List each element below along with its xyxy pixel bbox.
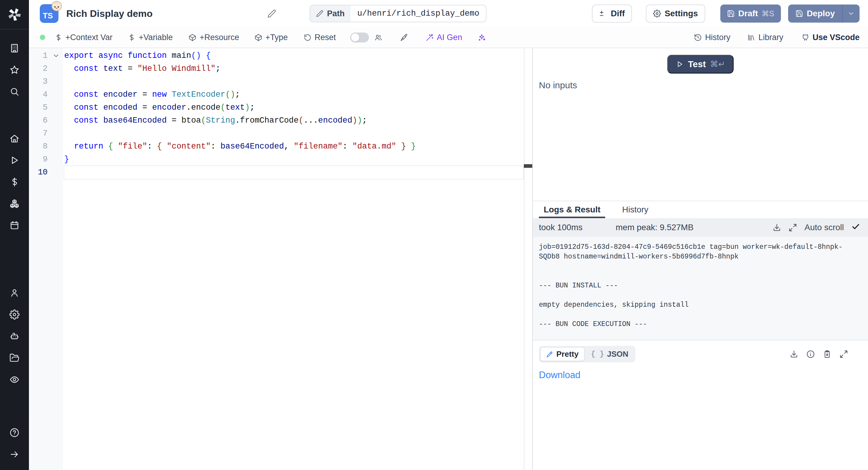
test-button-label: Test bbox=[688, 59, 706, 69]
result-section: Pretty { } JSON Download bbox=[533, 340, 868, 470]
fold-chevron-icon[interactable] bbox=[52, 52, 60, 62]
library-icon bbox=[747, 33, 755, 41]
sidebar-item-folders[interactable] bbox=[0, 347, 29, 369]
sidebar-item-variables[interactable] bbox=[0, 171, 29, 193]
eye-icon bbox=[9, 375, 20, 385]
language-badge-typescript: TS bbox=[40, 4, 59, 23]
pretty-label: Pretty bbox=[556, 349, 579, 359]
expand-result-icon[interactable] bbox=[839, 350, 848, 358]
toggle-knob bbox=[351, 33, 359, 41]
ai-gen-label: AI Gen bbox=[437, 33, 462, 42]
overview-ruler[interactable] bbox=[524, 48, 532, 470]
sidebar-item-workspace[interactable] bbox=[0, 37, 29, 59]
ai-gen-button[interactable]: AI Gen bbox=[426, 33, 462, 42]
gear-icon bbox=[653, 10, 661, 18]
boxes-icon bbox=[9, 198, 20, 209]
pencil-icon bbox=[267, 9, 276, 18]
sidebar-item-audit-logs[interactable] bbox=[0, 369, 29, 390]
result-view-json-button[interactable]: { } JSON bbox=[586, 348, 634, 361]
tab-logs-label: Logs & Result bbox=[544, 205, 600, 215]
sidebar-item-help[interactable] bbox=[0, 422, 29, 443]
paintbrush-icon bbox=[400, 33, 408, 41]
tab-history[interactable]: History bbox=[617, 201, 653, 218]
expand-logs-icon[interactable] bbox=[788, 223, 797, 232]
windmill-logo[interactable] bbox=[0, 0, 29, 30]
history-clock-icon bbox=[694, 33, 702, 41]
sidebar-item-resources[interactable] bbox=[0, 193, 29, 215]
info-icon[interactable] bbox=[806, 350, 815, 358]
add-variable-label: +Variable bbox=[138, 33, 173, 42]
folder-open-icon bbox=[9, 353, 20, 363]
run-meta-bar: took 100ms mem peak: 9.527MB Auto scroll bbox=[533, 218, 868, 237]
help-circle-icon bbox=[9, 428, 20, 438]
path-edit-button[interactable]: Path bbox=[310, 5, 351, 22]
test-run-button[interactable]: Test ⌘↵ bbox=[667, 55, 733, 73]
sidebar-item-home[interactable] bbox=[0, 128, 29, 150]
code-area[interactable]: export async function main() { const tex… bbox=[63, 48, 532, 470]
format-code-button[interactable] bbox=[400, 33, 408, 41]
no-inputs-text: No inputs bbox=[539, 80, 862, 90]
sidebar-item-settings[interactable] bbox=[0, 304, 29, 325]
sidebar-item-workers[interactable] bbox=[0, 325, 29, 347]
add-resource-button[interactable]: +Resource bbox=[188, 33, 239, 42]
save-draft-button[interactable]: Draft ⌘S bbox=[720, 4, 781, 23]
json-label: JSON bbox=[607, 349, 628, 359]
sidebar-item-search[interactable] bbox=[0, 81, 29, 102]
add-variable-button[interactable]: +Variable bbox=[127, 33, 173, 42]
code-lines: export async function main() { const tex… bbox=[64, 50, 532, 179]
diff-button[interactable]: Diff bbox=[592, 4, 632, 23]
ai-sparkles-button[interactable] bbox=[478, 33, 486, 41]
path-control[interactable]: Path u/henri/rich_display_demo bbox=[310, 5, 487, 22]
copy-clipboard-icon[interactable] bbox=[823, 350, 832, 358]
pen-icon bbox=[546, 351, 553, 358]
download-result-icon[interactable] bbox=[789, 350, 798, 358]
edit-summary-button[interactable] bbox=[267, 9, 276, 18]
auto-scroll-checkbox[interactable] bbox=[851, 222, 860, 233]
history-label: History bbox=[705, 33, 730, 42]
gear-icon bbox=[9, 309, 20, 320]
deploy-button[interactable]: Deploy bbox=[788, 4, 842, 23]
auto-scroll-label: Auto scroll bbox=[804, 223, 844, 232]
result-tabs: Logs & Result History bbox=[533, 201, 868, 218]
sidebar-expand-button[interactable] bbox=[0, 443, 29, 465]
reset-label: Reset bbox=[315, 33, 336, 42]
run-panel: Test ⌘↵ No inputs Logs & Result History … bbox=[532, 48, 868, 470]
sparkles-icon bbox=[478, 33, 486, 41]
code-editor[interactable]: 12345678910 export async function main()… bbox=[29, 48, 532, 470]
add-type-button[interactable]: +Type bbox=[254, 33, 288, 42]
sidebar-item-users[interactable] bbox=[0, 282, 29, 304]
deploy-dropdown-button[interactable] bbox=[843, 4, 860, 23]
add-context-var-button[interactable]: +Context Var bbox=[54, 33, 113, 42]
dollar-icon bbox=[54, 33, 62, 41]
reset-button[interactable]: Reset bbox=[304, 33, 336, 42]
language-badge-label: TS bbox=[43, 11, 53, 21]
settings-button[interactable]: Settings bbox=[646, 4, 705, 23]
history-button[interactable]: History bbox=[694, 33, 730, 42]
result-view-pretty-button[interactable]: Pretty bbox=[540, 347, 584, 361]
page-title: Rich Display demo bbox=[66, 8, 153, 19]
star-icon bbox=[9, 65, 20, 75]
save-icon bbox=[727, 10, 735, 18]
plus-minus-icon bbox=[599, 10, 607, 18]
cursor-position-mark bbox=[524, 164, 532, 168]
result-download-link[interactable]: Download bbox=[539, 370, 581, 380]
logs-section[interactable]: job=01912d75-163d-8204-47c9-5469c516cb1e… bbox=[533, 237, 868, 340]
download-logs-icon[interactable] bbox=[772, 223, 781, 232]
pencil-icon bbox=[316, 10, 323, 17]
sidebar-item-favorites[interactable] bbox=[0, 59, 29, 81]
library-label: Library bbox=[758, 33, 783, 42]
sidebar-item-runs[interactable] bbox=[0, 150, 29, 171]
tab-logs-and-result[interactable]: Logs & Result bbox=[539, 201, 605, 218]
library-button[interactable]: Library bbox=[747, 33, 783, 42]
multiplayer-users-button[interactable] bbox=[374, 33, 382, 41]
multiplayer-toggle[interactable] bbox=[350, 33, 369, 42]
editor-gutter: 12345678910 bbox=[29, 48, 63, 470]
path-value[interactable]: u/henri/rich_display_demo bbox=[350, 5, 486, 22]
use-vscode-button[interactable]: Use VScode bbox=[801, 33, 860, 42]
dollar-icon bbox=[9, 177, 20, 187]
sidebar-item-schedules[interactable] bbox=[0, 215, 29, 236]
add-type-label: +Type bbox=[266, 33, 288, 42]
search-icon bbox=[9, 87, 20, 97]
user-icon bbox=[9, 288, 20, 298]
settings-button-label: Settings bbox=[664, 9, 698, 19]
